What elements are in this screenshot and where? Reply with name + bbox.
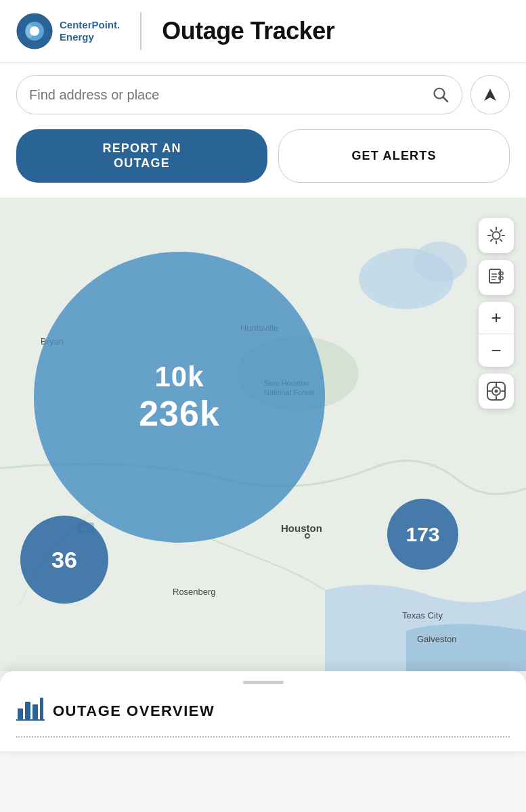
logo-text: CenterPoint. Energy [60,19,120,43]
search-button[interactable] [432,86,450,104]
svg-point-13 [493,232,500,240]
header: CenterPoint. Energy Outage Tracker [0,0,526,63]
main-outage-cluster[interactable]: 10k 236k [34,252,325,543]
overview-title: OUTAGE OVERVIEW [53,702,215,720]
page-title: Outage Tracker [162,17,334,45]
zoom-in-button[interactable]: + [479,302,514,334]
svg-line-20 [500,230,502,232]
get-alerts-button[interactable]: GET ALERTS [278,129,510,183]
svg-line-18 [491,230,493,232]
logo-area: CenterPoint. Energy [16,13,120,49]
svg-line-19 [500,240,502,242]
action-buttons: REPORT ANOUTAGE GET ALERTS [0,124,526,198]
search-icon [432,86,450,104]
sheet-handle [243,681,284,684]
zoom-out-button[interactable]: − [479,334,514,367]
report-outage-button[interactable]: REPORT ANOUTAGE [16,129,267,183]
location-button[interactable] [470,75,510,114]
document-icon [487,268,505,287]
map-controls: + − [479,218,514,409]
chart-icon [16,695,45,727]
svg-line-5 [443,97,448,102]
svg-rect-37 [32,704,38,719]
cluster-right[interactable]: 173 [387,499,458,570]
legend-button[interactable] [479,260,514,295]
location-arrow-icon [481,86,499,104]
map-area[interactable]: 10 Bryan Huntsville Sam Houston National… [0,198,526,671]
svg-rect-36 [25,702,30,719]
svg-rect-22 [489,269,500,283]
cluster-main-bottom-count: 236k [139,393,220,434]
search-input[interactable] [29,87,432,103]
bottom-sheet: OUTAGE OVERVIEW [0,671,526,751]
cluster-main-top-count: 10k [154,361,204,393]
section-divider [16,736,510,738]
search-section [0,63,526,124]
svg-point-3 [26,24,34,38]
outage-overview-header: OUTAGE OVERVIEW [16,695,510,727]
brightness-icon [487,226,506,245]
brightness-button[interactable] [479,218,514,253]
svg-rect-35 [18,708,23,719]
header-divider [140,12,141,50]
search-input-wrapper [16,75,462,114]
svg-point-30 [495,390,498,393]
cluster-right-count: 173 [406,523,439,546]
centerpoint-logo [16,13,53,49]
zoom-controls: + − [479,302,514,367]
locate-me-button[interactable] [479,374,514,409]
svg-marker-6 [484,89,496,101]
locate-icon [486,381,506,401]
cluster-left[interactable]: 36 [20,516,108,604]
svg-point-9 [413,242,467,282]
cluster-left-count: 36 [51,547,77,573]
svg-line-21 [491,240,493,242]
bar-chart-icon [16,695,45,721]
svg-rect-38 [40,698,43,719]
